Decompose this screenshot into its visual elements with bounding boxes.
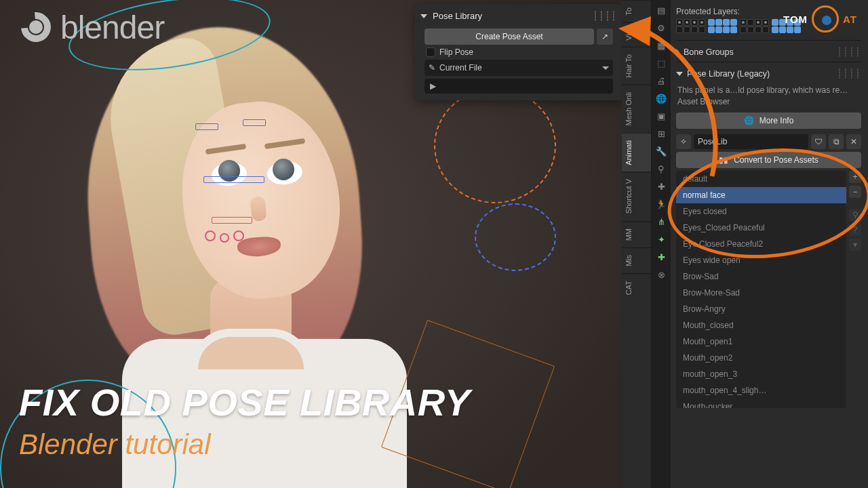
layer-toggle[interactable] <box>730 26 737 33</box>
layer-toggle[interactable] <box>755 19 762 26</box>
drag-handle-icon[interactable]: ┊┊┊┊ <box>837 47 861 57</box>
layer-toggle[interactable] <box>723 26 730 33</box>
pose-item[interactable]: mouth_open_4_sligh… <box>676 382 846 399</box>
layer-toggle[interactable] <box>691 26 698 33</box>
prop-tab-material-icon[interactable]: ⊗ <box>655 268 667 281</box>
vtab-vie[interactable]: Vie <box>622 22 651 47</box>
prop-tab-view-icon[interactable]: ▦ <box>655 39 667 52</box>
drag-handle-icon[interactable]: ┊┊┊┊ <box>837 68 861 79</box>
prop-tab-constraint-icon[interactable]: ⋔ <box>655 216 667 228</box>
pose-item[interactable]: Mouth_open1 <box>676 333 846 350</box>
pose-item[interactable]: Mouth_open2 <box>676 350 846 366</box>
layer-toggle[interactable] <box>730 19 737 26</box>
pose-item[interactable]: Eyes wide open <box>676 252 846 268</box>
layer-toggle[interactable] <box>740 19 747 26</box>
panel-header[interactable]: Pose Library ┊┊┊┊ <box>419 8 618 26</box>
bone-groups-label: Bone Groups <box>684 47 734 57</box>
pose-item[interactable]: Mouth-pucker <box>676 399 846 408</box>
layer-toggle[interactable] <box>772 19 778 26</box>
pose-library-legacy-header[interactable]: Pose Library (Legacy) ┊┊┊┊ <box>676 66 861 81</box>
layer-toggle[interactable] <box>762 19 769 26</box>
layer-toggle[interactable] <box>740 26 747 33</box>
vtab-to[interactable]: To <box>622 0 651 22</box>
layer-toggle[interactable] <box>676 19 683 26</box>
pose-item[interactable]: Eyes_Closed Peaceful <box>676 220 846 236</box>
layer-toggle[interactable] <box>708 26 715 33</box>
bone-groups-header[interactable]: Bone Groups ┊┊┊┊ <box>676 45 861 59</box>
prop-tab-output-icon[interactable]: ⚙ <box>655 22 667 34</box>
layer-toggle[interactable] <box>698 19 705 26</box>
layer-toggle[interactable] <box>747 26 754 33</box>
blender-wordmark: blender <box>60 9 164 46</box>
fake-user-icon[interactable]: 🛡 <box>811 134 826 149</box>
convert-label: Convert to Pose Assets <box>734 155 818 165</box>
play-icon: ▶ <box>430 81 436 91</box>
pose-item[interactable]: mouth_open_3 <box>676 366 846 382</box>
layer-toggle[interactable] <box>684 19 690 26</box>
layer-toggle[interactable] <box>723 19 730 26</box>
popout-icon[interactable]: ↗ <box>597 28 613 45</box>
prop-tab-world-icon[interactable]: 🌐 <box>655 92 667 104</box>
layer-toggle[interactable] <box>684 26 690 33</box>
vtab-hair[interactable]: Hair To <box>622 47 651 85</box>
prop-tab-modifier-icon[interactable]: 🔧 <box>655 145 667 157</box>
apply-pose-button[interactable]: ⚲ <box>849 209 861 221</box>
create-pose-asset-button[interactable]: Create Pose Asset <box>425 28 594 45</box>
pose-item[interactable]: Eye Closed Peaceful2 <box>676 236 846 252</box>
more-info-button[interactable]: 🌐 More Info <box>676 113 861 129</box>
chevron-down-icon <box>676 72 683 76</box>
prop-tab-collection-icon[interactable]: ▣ <box>655 110 667 122</box>
layer-toggle[interactable] <box>755 26 762 33</box>
prop-tab-data-icon[interactable]: ✦ <box>655 233 667 245</box>
file-select[interactable]: ✎ Current File <box>425 60 613 76</box>
specials-menu-button[interactable]: ▾ <box>849 239 861 251</box>
unlink-icon[interactable]: ✕ <box>846 134 861 149</box>
poselib-name-field[interactable]: PoseLib <box>694 134 808 149</box>
prop-tab-particles-icon[interactable]: ⚲ <box>655 163 667 175</box>
prop-tab-object-icon[interactable]: ⊞ <box>655 127 667 140</box>
layer-toggle[interactable] <box>691 19 698 26</box>
poselib-name: PoseLib <box>698 137 727 146</box>
pose-item[interactable]: Eyes closed <box>676 203 846 220</box>
drag-handle-icon[interactable]: ┊┊┊┊ <box>593 11 617 21</box>
vtab-animati[interactable]: Animati <box>622 133 651 172</box>
remove-pose-button[interactable]: − <box>849 186 861 198</box>
layer-toggle[interactable] <box>715 26 722 33</box>
vtab-mis[interactable]: Mis <box>622 247 651 273</box>
layer-toggle[interactable] <box>762 26 769 33</box>
pose-item[interactable]: Brow-Angry <box>676 301 846 317</box>
add-pose-button[interactable]: + <box>849 171 861 183</box>
pose-list[interactable]: defaultnormal faceEyes closedEyes_Closed… <box>676 171 846 408</box>
title-sub: Blender tutorial <box>19 428 470 461</box>
layer-toggle[interactable] <box>698 26 705 33</box>
convert-to-pose-assets-button[interactable]: ▮▮ Convert to Pose Assets <box>676 152 861 168</box>
pose-library-legacy-label: Pose Library (Legacy) <box>687 69 770 79</box>
prop-tab-scene-icon[interactable]: ⬚ <box>655 57 667 69</box>
pose-item[interactable]: Brow-More-Sad <box>676 285 846 301</box>
duplicate-icon[interactable]: ⧉ <box>829 134 844 149</box>
vtab-mesh[interactable]: Mesh Onli <box>622 85 651 133</box>
layer-toggle[interactable] <box>715 19 722 26</box>
pose-item[interactable]: normal face <box>676 187 846 203</box>
datablock-type-icon[interactable]: ✧ <box>676 134 691 149</box>
prop-tab-armature-icon[interactable]: 🏃 <box>655 198 667 210</box>
vtab-mm[interactable]: MM <box>622 221 651 247</box>
pose-item[interactable]: Mouth_closed <box>676 317 846 333</box>
layer-toggle[interactable] <box>772 26 778 33</box>
vtab-cat[interactable]: CAT <box>622 273 651 302</box>
pose-item[interactable]: default <box>676 171 846 187</box>
layer-toggle[interactable] <box>708 19 715 26</box>
vtab-shortcut[interactable]: Shortcut V <box>622 171 651 220</box>
prop-tab-print-icon[interactable]: 🖨 <box>655 75 667 87</box>
layer-toggle[interactable] <box>676 26 683 33</box>
tomcat-text2: AT <box>843 14 857 25</box>
prop-tab-render-icon[interactable]: ▤ <box>655 4 667 16</box>
prop-tab-bone-icon[interactable]: ✚ <box>655 251 667 263</box>
expand-row[interactable]: ▶ <box>425 79 613 94</box>
flip-pose-checkbox[interactable] <box>426 47 435 57</box>
layer-toggle[interactable] <box>747 19 754 26</box>
blender-logo: blender <box>17 8 164 46</box>
pose-item[interactable]: Brow-Sad <box>676 268 846 285</box>
prop-tab-physics-icon[interactable]: ✚ <box>655 180 667 192</box>
sanitize-button[interactable]: ? <box>849 224 861 236</box>
